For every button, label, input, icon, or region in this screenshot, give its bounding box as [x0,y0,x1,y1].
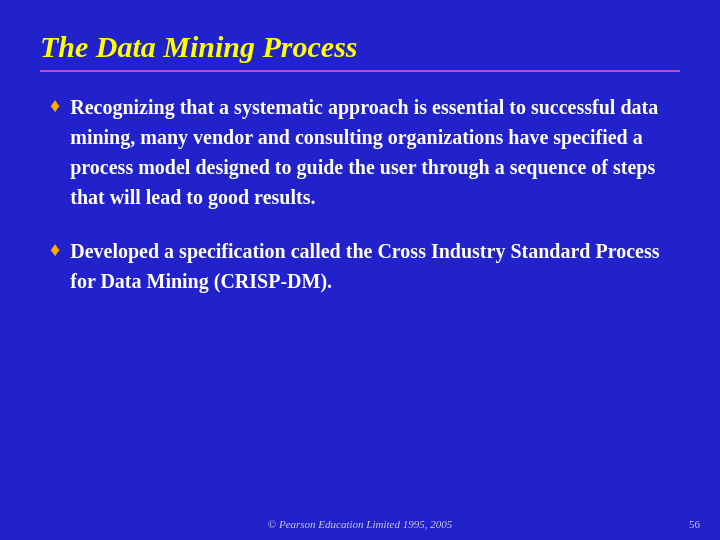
page-number: 56 [689,518,700,530]
title-section: The Data Mining Process [40,30,680,72]
footer-copyright: © Pearson Education Limited 1995, 2005 [268,518,452,530]
bullet-text-1: Recognizing that a systematic approach i… [70,92,670,212]
bullet-diamond-2: ♦ [50,238,60,261]
bullet-diamond-1: ♦ [50,94,60,117]
slide-footer: © Pearson Education Limited 1995, 2005 [0,518,720,530]
bullet-item-2: ♦ Developed a specification called the C… [50,236,670,296]
bullet-text-2: Developed a specification called the Cro… [70,236,670,296]
slide: The Data Mining Process ♦ Recognizing th… [0,0,720,540]
slide-content: ♦ Recognizing that a systematic approach… [40,92,680,296]
title-divider [40,70,680,72]
slide-title: The Data Mining Process [40,30,680,64]
bullet-item-1: ♦ Recognizing that a systematic approach… [50,92,670,212]
